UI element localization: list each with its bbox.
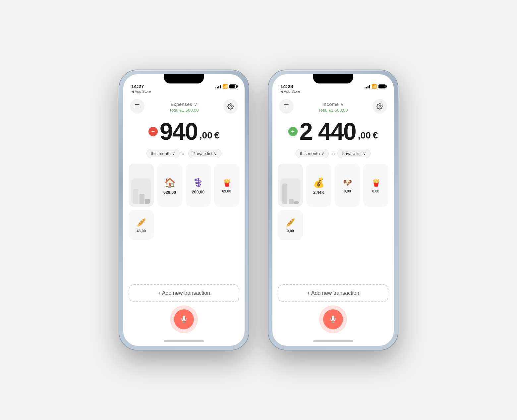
categories-section-income: 💰 2,44K 🐶 0,00 🍟 0,00	[272, 164, 394, 280]
filter-row-income: this month ∨ in Private list ∨	[272, 149, 394, 164]
category-house-expenses: 🏠 628,00	[157, 164, 182, 207]
status-time-income: 14:28	[280, 83, 300, 89]
voice-btn-area-expenses	[123, 306, 245, 336]
amount-section-income: + 2 440 ,00 €	[272, 116, 394, 149]
page-title-expenses: Expenses ∨	[169, 100, 199, 108]
amount-currency-income: €	[373, 130, 378, 143]
category-bar-expenses	[129, 164, 154, 207]
category-bread-income: 🥖 0,00	[278, 210, 303, 240]
app-header-income: ☰ Income ∨ Total €1 500,00	[272, 96, 394, 116]
home-indicator-income	[272, 336, 394, 346]
wifi-icon-expenses: 📶	[222, 84, 228, 89]
amount-display-expenses: − 940 ,00 €	[130, 120, 238, 143]
category-house-value: 628,00	[163, 190, 176, 195]
battery-icon-income	[378, 84, 386, 88]
amount-cents-income: ,00	[358, 130, 371, 143]
category-food-income: 🍟 0,00	[363, 164, 388, 207]
header-total-expenses: Total €1 500,00	[169, 108, 199, 113]
gear-icon-income	[376, 103, 383, 110]
page-title-income: Income ∨	[318, 100, 348, 108]
category-money-value: 2,44K	[313, 190, 324, 195]
add-transaction-button-expenses[interactable]: + Add new transaction	[129, 284, 239, 302]
wifi-icon-income: 📶	[372, 84, 377, 89]
amount-display-income: + 2 440 ,00 €	[279, 120, 387, 143]
voice-button-expenses[interactable]	[174, 309, 194, 329]
home-indicator-expenses	[123, 336, 245, 346]
phone-screen-income: 14:28 ◀ App Store 📶	[272, 74, 394, 346]
app-content-income: ☰ Income ∨ Total €1 500,00	[272, 96, 394, 346]
period-filter-expenses[interactable]: this month ∨	[146, 149, 180, 158]
category-dog-emoji: 🐶	[343, 179, 352, 187]
voice-btn-area-income	[272, 306, 394, 336]
category-bread-emoji: 🥖	[137, 218, 146, 227]
phone-expenses: 14:27 ◀ App Store 📶	[119, 70, 249, 350]
categories-grid-expenses: 🏠 628,00 ⚕️ 200,00 🍟 69,00	[129, 164, 239, 243]
phone-screen-expenses: 14:27 ◀ App Store 📶	[123, 74, 245, 346]
amount-integer-income: 2 440	[300, 120, 356, 143]
phone-income: 14:28 ◀ App Store 📶	[268, 70, 398, 350]
category-house-emoji: 🏠	[164, 177, 176, 188]
settings-button-income[interactable]	[373, 99, 387, 114]
categories-grid-income: 💰 2,44K 🐶 0,00 🍟 0,00	[278, 164, 388, 243]
category-bread-value: 43,00	[137, 229, 146, 233]
signal-icon-expenses	[215, 84, 221, 88]
category-food-expenses: 🍟 69,00	[214, 164, 239, 207]
voice-button-income[interactable]	[323, 309, 343, 329]
category-bread-expenses: 🥖 43,00	[129, 210, 154, 240]
period-filter-income[interactable]: this month ∨	[296, 149, 329, 158]
category-food-value: 69,00	[222, 189, 231, 193]
signal-icon-income	[365, 84, 370, 88]
status-icons-income: 📶	[365, 84, 386, 89]
microphone-icon-expenses	[180, 315, 188, 323]
category-medical-value: 200,00	[192, 190, 204, 194]
filter-in-label-income: in	[331, 151, 335, 156]
category-food-emoji: 🍟	[222, 179, 231, 187]
category-medical-emoji: ⚕️	[193, 178, 203, 188]
status-time-expenses: 14:27	[131, 83, 151, 89]
add-transaction-button-income[interactable]: + Add new transaction	[278, 284, 388, 302]
category-medical-expenses: ⚕️ 200,00	[186, 164, 211, 207]
list-filter-expenses[interactable]: Private list ∨	[188, 149, 221, 158]
amount-cents-expenses: ,00	[200, 130, 212, 143]
category-bread-value-income: 0,00	[287, 229, 294, 233]
category-dog-value: 0,00	[344, 189, 351, 193]
svg-point-0	[230, 106, 232, 107]
header-total-income: Total €1 500,00	[318, 108, 348, 113]
amount-currency-expenses: €	[214, 130, 220, 143]
battery-icon-expenses	[229, 84, 237, 88]
category-bar-income	[278, 164, 303, 207]
amount-integer-expenses: 940	[160, 120, 198, 143]
status-icons-expenses: 📶	[215, 84, 237, 89]
category-money-emoji: 💰	[313, 177, 325, 188]
phone-frame-income: 14:28 ◀ App Store 📶	[268, 70, 398, 350]
amount-section-expenses: − 940 ,00 €	[123, 116, 245, 149]
settings-button-expenses[interactable]	[223, 99, 238, 114]
category-food-emoji-income: 🍟	[372, 179, 380, 187]
menu-button-income[interactable]: ☰	[279, 99, 294, 114]
amount-sign-income: +	[288, 127, 298, 136]
app-store-link-income: ◀ App Store	[280, 89, 300, 94]
status-bar-expenses: 14:27 ◀ App Store 📶	[123, 74, 245, 96]
category-bread-emoji-income: 🥖	[286, 218, 295, 227]
filter-in-label-expenses: in	[182, 151, 186, 156]
microphone-icon-income	[329, 315, 337, 323]
phone-frame-expenses: 14:27 ◀ App Store 📶	[119, 70, 249, 350]
categories-section-expenses: 🏠 628,00 ⚕️ 200,00 🍟 69,00	[123, 164, 245, 280]
app-store-link-expenses: ◀ App Store	[131, 89, 151, 94]
svg-point-3	[379, 106, 381, 107]
category-dog-income: 🐶 0,00	[335, 164, 360, 207]
filter-row-expenses: this month ∨ in Private list ∨	[123, 149, 245, 164]
list-filter-income[interactable]: Private list ∨	[337, 149, 371, 158]
menu-button-expenses[interactable]: ☰	[130, 99, 144, 114]
category-food-value-income: 0,00	[372, 189, 379, 193]
gear-icon-expenses	[227, 103, 234, 110]
header-center-income: Income ∨ Total €1 500,00	[318, 100, 348, 113]
status-bar-income: 14:28 ◀ App Store 📶	[272, 74, 394, 96]
app-content-expenses: ☰ Expenses ∨ Total €1 500,00	[123, 96, 245, 346]
header-center-expenses: Expenses ∨ Total €1 500,00	[169, 100, 199, 113]
category-money-income: 💰 2,44K	[306, 164, 331, 207]
amount-sign-expenses: −	[148, 127, 158, 136]
app-header-expenses: ☰ Expenses ∨ Total €1 500,00	[123, 96, 245, 116]
